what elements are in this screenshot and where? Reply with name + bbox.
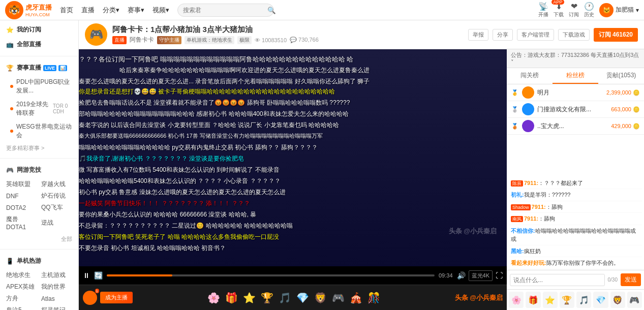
danmu-message: ？？？各位订阅一下阿鲁吧 嗡嗡嗡嗡嗡嗡嗡嗡嗡嗡嗡嗡阿鲁哈哈哈哈哈哈哈哈哈哈哈哈哈…	[79, 54, 353, 65]
sidebar-item-pubg[interactable]: 绝地求生	[4, 269, 39, 281]
gift-item[interactable]: 🎁	[526, 292, 540, 308]
sidebar-item-minecraft[interactable]: 我的世界	[39, 281, 74, 293]
gift-item[interactable]: 🎵	[576, 292, 591, 308]
chat-input[interactable]	[510, 274, 605, 286]
tab-ranking[interactable]: 闯关榜	[507, 68, 553, 84]
open-live-btn[interactable]: 📡 开播	[538, 2, 548, 18]
gift-item[interactable]: 🏆	[560, 292, 574, 308]
toolbar-left: 1 成为主播	[83, 291, 133, 305]
toolbar-gift-icon[interactable]: 🎵	[279, 292, 291, 304]
sidebar-item-dnf[interactable]: DNF	[4, 190, 39, 202]
volume-btn[interactable]: 🔊	[457, 271, 466, 280]
client-btn[interactable]: 客户端管理	[517, 29, 554, 41]
nav-video[interactable]: 视频▾	[152, 6, 169, 15]
sidebar-mobile-header[interactable]: 📱 单机热游	[0, 254, 78, 268]
sidebar-item-tanling[interactable]: 探灵笔记	[39, 304, 74, 310]
more-events-link[interactable]: 更多精彩赛事 >	[0, 142, 78, 154]
sidebar-divider-2	[0, 158, 78, 159]
streamer-name[interactable]: 阿鲁卡卡	[130, 36, 154, 44]
trophy-icon: 🏆	[6, 65, 14, 72]
game-tag[interactable]: 单机游戏：绝地求生	[185, 36, 234, 44]
download-game-btn[interactable]: 下载游戏	[558, 29, 590, 41]
chat-content: 我是羊羽：??????	[524, 192, 571, 198]
gift-item[interactable]: 💎	[593, 292, 608, 308]
gift-item[interactable]: 🦁	[610, 292, 625, 308]
gift-item[interactable]: 🌸	[509, 292, 524, 308]
tab-fans[interactable]: 粉丝榜	[553, 68, 598, 84]
logo-area[interactable]: 🐯 虎牙直播 HUYA.COM	[5, 1, 52, 19]
quality-btn[interactable]: 蓝光4K	[469, 270, 493, 281]
top-navigation: 🐯 虎牙直播 HUYA.COM 首页 直播 分类▾ 赛事▾ 视频▾ 🔍 📡 开播…	[0, 0, 644, 20]
rank-name: 明月	[537, 88, 603, 97]
sidebar-item-dota1[interactable]: 魔兽DOTA1	[4, 213, 39, 232]
sidebar-item-wesg[interactable]: WESG世界电竞运动会	[0, 120, 78, 142]
chat-username: 7911:	[524, 180, 538, 186]
download-btn[interactable]: ⬇ APP 下载	[554, 2, 564, 18]
video-controls: ⏸ 🔄 09:34 🔊 蓝光4K ⛶	[79, 266, 507, 285]
user-avatar-area[interactable]: 🐱 加肥猫 ▾	[599, 3, 639, 17]
sidebar-item-qqcar[interactable]: QQ飞车	[39, 202, 74, 213]
rank-number: 🥇	[511, 89, 519, 96]
star-icon: ⭐	[6, 26, 14, 34]
toolbar-gift-icon[interactable]: 🎪	[350, 292, 362, 304]
sidebar-mobile-games: 📱 单机热游 绝地求生 主机游戏 APEX英雄 我的世界 方舟 Atlas 鬼泣…	[0, 252, 78, 310]
toolbar-gift-icon[interactable]: 🦁	[314, 292, 327, 304]
sidebar-item-dmc5[interactable]: 鬼泣5	[4, 304, 39, 310]
sidebar-esports-header[interactable]: 🏆 赛事直播 LIVE 📊	[0, 60, 78, 75]
chat-message: 初礼:我是羊羽：??????	[509, 189, 642, 201]
toolbar-gift-icon[interactable]: ⭐	[243, 292, 256, 304]
nav-live[interactable]: 直播	[81, 6, 95, 15]
audience-info[interactable]: 公告：游戏大友群：773132386 每天直播10点到3点 ˅	[507, 49, 644, 68]
sidebar-online-games: 🎮 网游竞技 英雄联盟 穿越火线 DNF 炉石传说 DOTA2 QQ飞车 魔兽D…	[0, 161, 78, 247]
refresh-btn[interactable]: 🔄	[94, 271, 103, 280]
sidebar-item-atlas[interactable]: Atlas	[39, 293, 74, 304]
gift-icons: 🌸🎁⭐🏆🎵💎🦁🎮	[507, 289, 644, 310]
sidebar-item-cf[interactable]: 穿越火线	[39, 178, 74, 190]
toolbar-gift-icon[interactable]: 🎊	[367, 292, 380, 304]
toolbar-gift-icon[interactable]: 🎮	[332, 292, 345, 304]
rank-score: 663,000 🪙	[611, 106, 640, 113]
nav-home[interactable]: 首页	[60, 6, 73, 15]
history-btn[interactable]: 🕐 历史	[584, 2, 594, 18]
sidebar-item-apex[interactable]: APEX英雄	[4, 281, 39, 293]
video-screen[interactable]: ？？？各位订阅一下阿鲁吧 嗡嗡嗡嗡嗡嗡嗡嗡嗡嗡嗡嗡阿鲁哈哈哈哈哈哈哈哈哈哈哈哈哈…	[79, 49, 507, 266]
sidebar-item-console[interactable]: 主机游戏	[39, 269, 74, 281]
sidebar-item-hearthstone[interactable]: 炉石传说	[39, 190, 74, 202]
game-icon: 🎮	[6, 167, 14, 174]
toolbar-gift-icon[interactable]: 🏆	[261, 292, 273, 304]
nav-esports[interactable]: 赛事▾	[128, 6, 144, 15]
sidebar-item-lol[interactable]: 英雄联盟	[4, 178, 39, 190]
gift-item[interactable]: 🎮	[627, 292, 642, 308]
sidebar-item-ark[interactable]: 方舟	[4, 293, 39, 304]
report-btn[interactable]: 举报	[468, 29, 488, 41]
sidebar-item-nizan[interactable]: 逆战	[39, 213, 74, 232]
tab-contribution[interactable]: 贡献(1053)	[598, 68, 644, 84]
become-host-btn[interactable]: 成为主播	[100, 292, 133, 303]
sidebar-online-header[interactable]: 🎮 网游竞技	[0, 163, 78, 177]
subscribe-btn[interactable]: 订阅 461620	[594, 28, 638, 42]
toolbar-gift-icon[interactable]: 💎	[296, 292, 309, 304]
subscribe-nav-btn[interactable]: ❤ 订阅	[569, 2, 579, 18]
toolbar-gift-icon[interactable]: 🌸	[207, 292, 220, 304]
gift-item[interactable]: ⭐	[543, 292, 558, 308]
stream-title: 阿鲁卡卡：1点帮小猪加油 3点半大猪加油	[112, 25, 463, 35]
all-games-link[interactable]: 全部	[0, 233, 78, 245]
toolbar-gift-icon[interactable]: 🎁	[225, 292, 238, 304]
sidebar-item-2019[interactable]: 2019全球先锋联赛 TOR 0 CDH	[0, 98, 78, 120]
sidebar-my-subscription[interactable]: ⭐ 我的订阅	[0, 22, 78, 37]
search-input[interactable]	[177, 4, 274, 17]
fullscreen-btn[interactable]: ⛶	[496, 271, 503, 280]
video-chat-area: ？？？各位订阅一下阿鲁吧 嗡嗡嗡嗡嗡嗡嗡嗡嗡嗡嗡嗡阿鲁哈哈哈哈哈哈哈哈哈哈哈哈哈…	[79, 49, 644, 310]
play-pause-btn[interactable]: ⏸	[83, 271, 90, 280]
nav-category[interactable]: 分类▾	[103, 6, 119, 15]
rank-item: 🥇 明月 2,399,000 🪙	[507, 84, 644, 101]
search-button[interactable]: 🔍	[267, 6, 276, 14]
progress-bar[interactable]	[107, 274, 435, 276]
sidebar-item-pdl[interactable]: PDL中国PUBG职业发展...	[0, 75, 78, 98]
toolbar-avatar[interactable]: 1	[83, 291, 97, 305]
share-btn[interactable]: 分享	[493, 29, 513, 41]
sidebar-all-live[interactable]: 📺 全部直播	[0, 37, 78, 52]
chat-send-btn[interactable]: 发送	[621, 273, 641, 286]
sidebar-item-dota2[interactable]: DOTA2	[4, 202, 39, 213]
rank-list: 🥇 明月 2,399,000 🪙 🥈 门撞游戏文化有限... 663,000 🪙…	[507, 84, 644, 175]
